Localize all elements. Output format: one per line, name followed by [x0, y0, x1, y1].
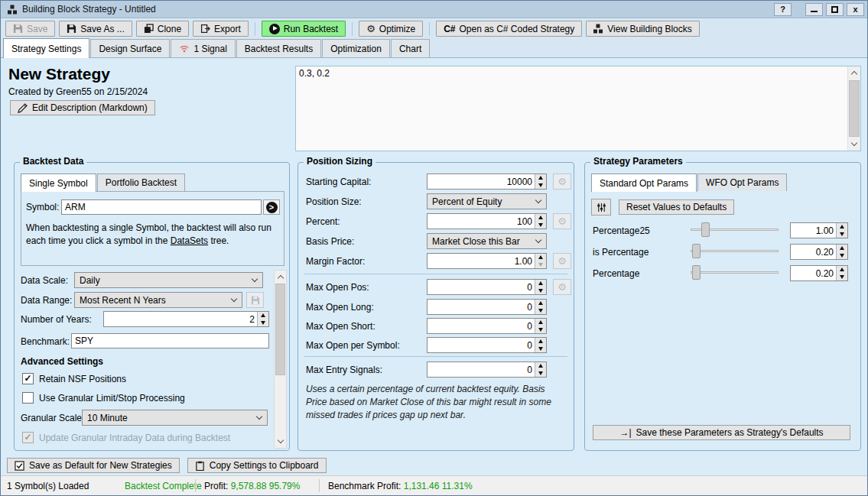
save-parameters-defaults-button[interactable]: Save these Parameters as Strategy's Defa… — [593, 425, 850, 440]
slider-handle[interactable] — [692, 265, 701, 280]
param-spin-up[interactable] — [837, 245, 847, 252]
max-open-per-symbol-spin-down[interactable] — [535, 345, 546, 353]
save-as-default-button[interactable]: Save as Default for New Strategies — [7, 458, 180, 473]
scroll-up-button[interactable] — [275, 271, 286, 284]
slider-track[interactable] — [691, 250, 779, 252]
run-backtest-button[interactable]: Run Backtest — [262, 21, 346, 37]
signal-icon — [179, 44, 190, 53]
percent-input[interactable] — [427, 213, 547, 229]
margin-factor-input[interactable] — [427, 253, 547, 269]
max-open-short-label: Max Open Short: — [306, 321, 375, 332]
max-open-pos-spin-down[interactable] — [535, 287, 546, 295]
slider-track[interactable] — [691, 271, 779, 274]
tab-signal[interactable]: 1 Signal — [171, 39, 235, 57]
tab-wfo-opt-params[interactable]: WFO Opt Params — [697, 173, 787, 191]
reset-values-button[interactable]: Reset Values to Defaults — [619, 199, 734, 215]
optimize-button[interactable]: ⚙ Optimize — [359, 21, 423, 37]
scroll-track[interactable] — [848, 79, 860, 138]
data-range-value: Most Recent N Years — [80, 295, 166, 306]
position-size-select[interactable]: Percent of Equity — [427, 193, 547, 209]
max-open-pos-input[interactable] — [427, 279, 547, 295]
page-title: New Strategy — [8, 65, 110, 83]
scroll-track[interactable] — [275, 284, 286, 435]
info-text: tree. — [208, 235, 229, 246]
help-button[interactable]: ? — [774, 3, 792, 16]
data-range-select[interactable]: Most Recent N Years — [74, 292, 242, 308]
param-spin-up[interactable] — [837, 223, 847, 231]
maximize-button[interactable] — [826, 3, 844, 16]
max-open-short-spin-up[interactable] — [535, 319, 546, 326]
scroll-thumb[interactable] — [275, 284, 285, 375]
parameter-sliders-button[interactable] — [591, 199, 611, 216]
basis-price-select[interactable]: Market Close this Bar — [427, 233, 547, 249]
percent-spin-down[interactable] — [535, 222, 546, 229]
tab-design-surface[interactable]: Design Surface — [90, 39, 170, 57]
tab-portfolio-backtest[interactable]: Portfolio Backtest — [97, 173, 185, 191]
clone-button[interactable]: Clone — [136, 21, 189, 37]
export-button[interactable]: Export — [193, 21, 249, 37]
param-spin-down[interactable] — [837, 252, 847, 260]
backtest-data-scrollbar[interactable] — [274, 270, 287, 449]
copy-settings-button[interactable]: Copy Settings to Clipboard — [187, 458, 327, 473]
export-icon — [200, 24, 210, 34]
max-open-per-symbol-stepper — [427, 337, 547, 353]
max-open-short-input[interactable] — [427, 318, 547, 334]
minimize-button[interactable] — [805, 3, 823, 16]
max-entry-signals-input[interactable] — [427, 361, 547, 378]
slider-handle[interactable] — [692, 244, 701, 258]
save-as-button[interactable]: Save As ... — [59, 21, 132, 37]
max-open-per-symbol-input[interactable] — [427, 337, 547, 353]
go-symbol-button[interactable]: > — [263, 199, 280, 215]
slider-handle[interactable] — [701, 222, 710, 237]
param-slider[interactable] — [691, 265, 779, 280]
symbol-input[interactable] — [61, 199, 262, 215]
scroll-up-button[interactable] — [848, 66, 860, 79]
strategy-description-input[interactable]: 0.3, 0.2 — [296, 66, 847, 151]
datasets-link[interactable]: DataSets — [171, 235, 208, 246]
starting-capital-spin-up[interactable] — [535, 174, 546, 182]
edit-description-button[interactable]: Edit Description (Markdown) — [10, 100, 155, 115]
starting-capital-spin-down[interactable] — [535, 182, 546, 190]
percent-spin-up[interactable] — [535, 214, 546, 222]
scroll-thumb[interactable] — [849, 80, 860, 137]
param-slider[interactable] — [691, 222, 779, 237]
max-open-per-symbol-spin-up[interactable] — [535, 338, 546, 345]
param-spin-down[interactable] — [837, 231, 847, 238]
max-open-long-input[interactable] — [427, 299, 547, 315]
param-spin-down[interactable] — [837, 274, 847, 281]
tab-chart[interactable]: Chart — [391, 39, 430, 57]
basis-price-value: Market Close this Bar — [432, 236, 520, 247]
view-building-blocks-button[interactable]: View Building Blocks — [586, 21, 700, 37]
open-as-csharp-button[interactable]: C# Open as C# Coded Strategy — [436, 21, 582, 37]
tab-backtest-results[interactable]: Backtest Results — [236, 39, 321, 57]
margin-factor-spin-up[interactable] — [535, 254, 546, 261]
description-scrollbar[interactable] — [847, 66, 860, 151]
scroll-down-button[interactable] — [275, 435, 286, 448]
tab-standard-opt-params[interactable]: Standard Opt Params — [591, 173, 697, 192]
tab-optimization[interactable]: Optimization — [322, 39, 390, 57]
tab-strategy-settings[interactable]: Strategy Settings — [3, 38, 89, 58]
max-open-pos-spin-up[interactable] — [535, 280, 546, 287]
starting-capital-input[interactable] — [427, 173, 547, 190]
close-button[interactable]: x — [847, 3, 864, 16]
retain-nsf-checkbox[interactable] — [22, 373, 34, 384]
benchmark-input[interactable] — [71, 333, 269, 348]
scroll-down-button[interactable] — [848, 138, 860, 151]
max-open-long-spin-up[interactable] — [535, 300, 546, 307]
granular-scale-select[interactable]: 10 Minute — [82, 410, 268, 426]
max-entry-signals-spin-down[interactable] — [535, 370, 546, 378]
param-slider[interactable] — [691, 244, 779, 258]
years-spin-down[interactable] — [258, 319, 268, 327]
granular-processing-row: Use Granular Limit/Stop Processing — [22, 392, 185, 404]
max-open-long-spin-down[interactable] — [535, 307, 546, 315]
tab-single-symbol[interactable]: Single Symbol — [21, 173, 96, 192]
years-spin-up[interactable] — [258, 312, 268, 319]
max-entry-signals-spin-up[interactable] — [535, 362, 546, 370]
save-as-label: Save As ... — [80, 24, 124, 34]
granular-processing-checkbox[interactable] — [22, 392, 34, 404]
number-of-years-input[interactable] — [103, 311, 269, 327]
max-open-short-spin-down[interactable] — [535, 326, 546, 334]
param-spin-up[interactable] — [837, 266, 847, 274]
percent-stepper — [427, 213, 547, 229]
data-scale-select[interactable]: Daily — [74, 272, 263, 288]
